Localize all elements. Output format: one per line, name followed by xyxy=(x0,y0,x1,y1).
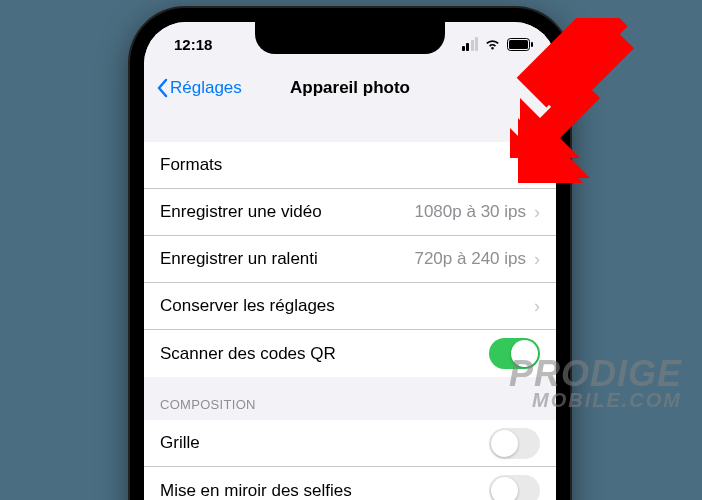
back-label: Réglages xyxy=(170,78,242,98)
spacer xyxy=(144,110,556,142)
status-time: 12:18 xyxy=(174,36,212,53)
settings-list-composition: Grille Mise en miroir des selfies xyxy=(144,420,556,500)
nav-bar: Réglages Appareil photo xyxy=(144,66,556,110)
chevron-left-icon xyxy=(156,78,168,98)
chevron-right-icon: › xyxy=(534,249,540,270)
chevron-right-icon: › xyxy=(534,202,540,223)
row-label: Enregistrer un ralenti xyxy=(160,249,318,269)
chevron-right-icon: › xyxy=(534,155,540,176)
row-label: Formats xyxy=(160,155,222,175)
toggle-mirror-selfies[interactable] xyxy=(489,475,540,500)
row-record-slomo[interactable]: Enregistrer un ralenti 720p à 240 ips › xyxy=(144,236,556,283)
row-grid: Grille xyxy=(144,420,556,467)
watermark-line2: MOBILE.COM xyxy=(509,391,682,410)
chevron-right-icon: › xyxy=(534,296,540,317)
svg-rect-2 xyxy=(531,42,533,47)
row-label: Grille xyxy=(160,433,200,453)
toggle-grid[interactable] xyxy=(489,428,540,459)
watermark: PRODIGE MOBILE.COM xyxy=(509,357,682,410)
section-header-composition: COMPOSITION xyxy=(144,377,556,420)
back-button[interactable]: Réglages xyxy=(156,78,242,98)
notch xyxy=(255,22,445,54)
phone-frame: 12:18 Réglages Appareil photo Formats › … xyxy=(130,8,570,500)
row-label: Mise en miroir des selfies xyxy=(160,481,352,501)
row-value: 720p à 240 ips xyxy=(414,249,526,269)
battery-icon xyxy=(507,38,534,51)
row-formats[interactable]: Formats › xyxy=(144,142,556,189)
cellular-icon xyxy=(462,37,479,51)
wifi-icon xyxy=(484,38,501,50)
row-scan-qr: Scanner des codes QR xyxy=(144,330,556,377)
watermark-line1: PRODIGE xyxy=(509,357,682,391)
settings-list-1: Formats › Enregistrer une vidéo 1080p à … xyxy=(144,142,556,377)
row-label: Enregistrer une vidéo xyxy=(160,202,322,222)
svg-rect-1 xyxy=(509,40,528,49)
row-value: 1080p à 30 ips xyxy=(414,202,526,222)
page-title: Appareil photo xyxy=(290,78,410,98)
row-label: Scanner des codes QR xyxy=(160,344,336,364)
row-mirror-selfies: Mise en miroir des selfies xyxy=(144,467,556,500)
row-label: Conserver les réglages xyxy=(160,296,335,316)
row-record-video[interactable]: Enregistrer une vidéo 1080p à 30 ips › xyxy=(144,189,556,236)
screen: 12:18 Réglages Appareil photo Formats › … xyxy=(144,22,556,500)
row-preserve-settings[interactable]: Conserver les réglages › xyxy=(144,283,556,330)
